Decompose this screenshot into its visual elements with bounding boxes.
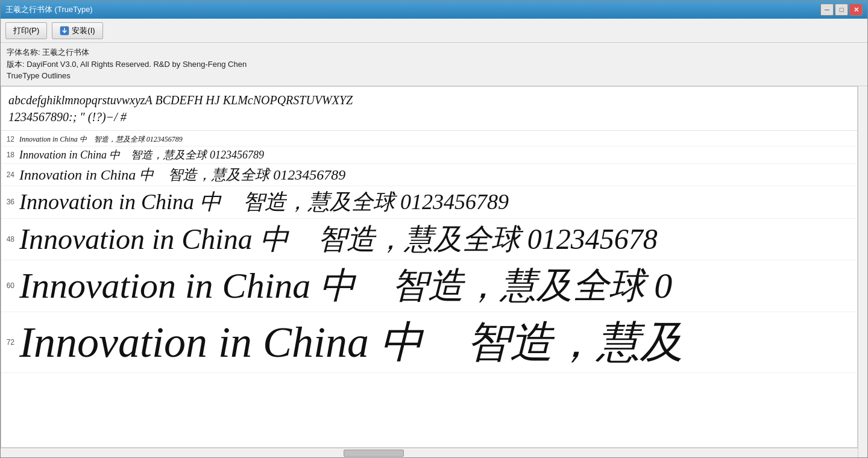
preview-text: Innovation in China 中 智造，慧及全球 0123456789 (19, 187, 509, 217)
preview-row: 60Innovation in China 中 智造，慧及全球 0 (1, 260, 857, 312)
char-sample-line2: 1234567890:; " (!?)−/ # (8, 108, 850, 125)
main-content: abcdefghiklmnopqrstuvwxyzA BCDEFH HJ KLM… (1, 86, 858, 458)
preview-text: Innovation in China 中 智造，慧及全球 0123456789 (19, 148, 264, 162)
right-scrollbar[interactable] (858, 86, 867, 458)
preview-container[interactable]: 12Innovation in China 中 智造，慧及全球 01234567… (1, 131, 857, 448)
title-bar: 王羲之行书体 (TrueType) ─ □ ✕ (1, 1, 867, 19)
size-label: 24 (1, 171, 19, 179)
type-line: TrueType Outlines (7, 70, 861, 82)
font-info: 字体名称: 王羲之行书体 版本: DayiFont V3.0, All Righ… (1, 43, 867, 86)
window-content: abcdefghiklmnopqrstuvwxyzA BCDEFH HJ KLM… (1, 86, 867, 458)
maximize-button[interactable]: □ (835, 4, 848, 16)
char-sample: abcdefghiklmnopqrstuvwxyzA BCDEFH HJ KLM… (1, 87, 857, 131)
preview-text: Innovation in China 中 智造，慧及全球 0123456789 (19, 165, 345, 184)
bottom-scrollbar[interactable] (1, 448, 858, 457)
font-name-line: 字体名称: 王羲之行书体 (7, 46, 861, 58)
size-label: 72 (1, 338, 19, 347)
preview-text: Innovation in China 中 智造，慧及全球 0 (19, 262, 672, 310)
preview-row: 48Innovation in China 中 智造，慧及全球 01234567… (1, 219, 857, 260)
preview-row: 18Innovation in China 中 智造，慧及全球 01234567… (1, 146, 857, 164)
size-label: 60 (1, 281, 19, 290)
window-controls: ─ □ ✕ (820, 4, 863, 16)
preview-text: Innovation in China 中 智造，慧及全球 0123456789 (19, 134, 183, 145)
sample-area: abcdefghiklmnopqrstuvwxyzA BCDEFH HJ KLM… (1, 86, 858, 448)
preview-row: 72Innovation in China 中 智造，慧及 (1, 312, 857, 373)
toolbar: 打印(P) 安装(I) (1, 19, 867, 43)
size-label: 48 (1, 235, 19, 243)
print-button[interactable]: 打印(P) (5, 22, 47, 39)
main-window: 王羲之行书体 (TrueType) ─ □ ✕ 打印(P) 安装(I) 字体名称… (0, 0, 868, 458)
preview-row: 36Innovation in China 中 智造，慧及全球 01234567… (1, 186, 857, 219)
install-label: 安装(I) (72, 25, 95, 36)
size-label: 18 (1, 151, 19, 159)
close-button[interactable]: ✕ (849, 4, 863, 16)
size-label: 12 (1, 135, 19, 143)
preview-text: Innovation in China 中 智造，慧及全球 012345678 (19, 220, 658, 259)
char-sample-line1: abcdefghiklmnopqrstuvwxyzA BCDEFH HJ KLM… (8, 92, 850, 108)
preview-row: 24Innovation in China 中 智造，慧及全球 01234567… (1, 164, 857, 186)
scrollbar-thumb[interactable] (344, 450, 404, 457)
size-label: 36 (1, 198, 19, 206)
version-line: 版本: DayiFont V3.0, All Rights Reserved. … (7, 58, 861, 71)
minimize-button[interactable]: ─ (820, 4, 834, 16)
install-button[interactable]: 安装(I) (52, 22, 102, 39)
preview-row: 12Innovation in China 中 智造，慧及全球 01234567… (1, 133, 857, 146)
install-icon (60, 26, 69, 36)
print-label: 打印(P) (13, 25, 39, 36)
window-title: 王羲之行书体 (TrueType) (5, 4, 93, 15)
preview-text: Innovation in China 中 智造，慧及 (19, 313, 684, 371)
